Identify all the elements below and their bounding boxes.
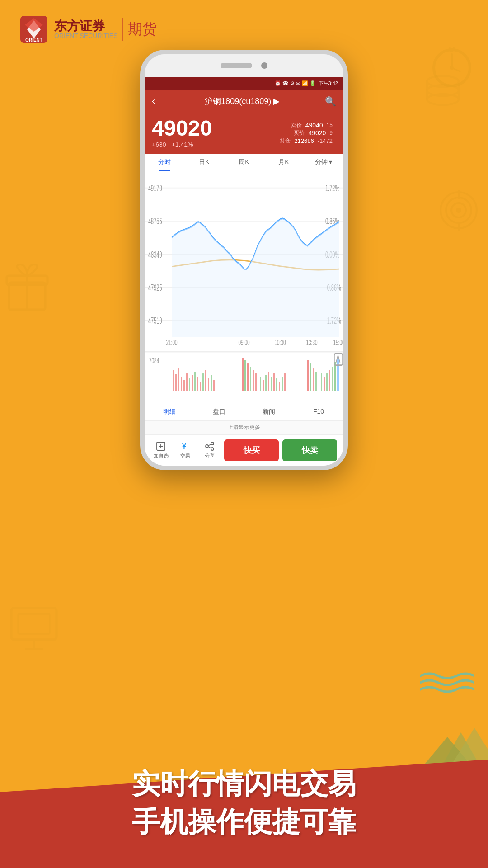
svg-rect-66 bbox=[202, 373, 204, 391]
svg-rect-84 bbox=[279, 382, 280, 391]
tab-周k[interactable]: 周K bbox=[224, 154, 264, 171]
tab-分时[interactable]: 分时 bbox=[145, 154, 184, 171]
bullseye-icon bbox=[438, 190, 479, 231]
svg-point-17 bbox=[451, 203, 466, 217]
watchlist-button[interactable]: 加自选 bbox=[151, 441, 171, 459]
svg-rect-95 bbox=[332, 367, 333, 391]
svg-point-105 bbox=[206, 445, 208, 448]
phone-mockup: ⏰ ☎ ⚙ ✉ 📶 🔋 下午3:42 ‹ 沪铜1809(cu1809) ▶ 🔍 … bbox=[140, 50, 348, 470]
trade-label: 交易 bbox=[180, 453, 190, 459]
price-row: 49020 +680 +1.41% 卖价 49040 15 bbox=[152, 118, 336, 148]
svg-rect-90 bbox=[315, 372, 317, 391]
svg-text:10:30: 10:30 bbox=[274, 338, 286, 347]
svg-rect-9 bbox=[7, 276, 47, 285]
svg-rect-86 bbox=[284, 373, 286, 391]
trade-button[interactable]: ¥ 交易 bbox=[175, 441, 195, 459]
tab-新闻[interactable]: 新闻 bbox=[244, 403, 294, 420]
buy-button[interactable]: 快买 bbox=[224, 439, 279, 461]
svg-line-106 bbox=[208, 444, 211, 446]
tab-f10[interactable]: F10 bbox=[294, 403, 343, 420]
search-button[interactable]: 🔍 bbox=[325, 96, 336, 107]
svg-rect-68 bbox=[208, 378, 209, 391]
action-bar: 加自选 ¥ 交易 bbox=[145, 434, 343, 466]
phone-speaker bbox=[221, 63, 252, 68]
nav-title: 沪铜1809(cu1809) ▶ bbox=[160, 96, 325, 107]
svg-rect-61 bbox=[189, 378, 190, 391]
svg-rect-65 bbox=[200, 382, 201, 391]
share-button[interactable]: 分享 bbox=[200, 441, 220, 459]
svg-rect-55 bbox=[173, 370, 174, 391]
svg-rect-57 bbox=[178, 368, 179, 391]
svg-rect-62 bbox=[192, 375, 193, 391]
svg-rect-91 bbox=[321, 373, 322, 391]
svg-rect-75 bbox=[253, 370, 254, 391]
svg-rect-60 bbox=[186, 373, 188, 391]
svg-point-30 bbox=[427, 94, 459, 105]
hold-label: 持仓 bbox=[280, 137, 291, 145]
status-bar: ⏰ ☎ ⚙ ✉ 📶 🔋 下午3:42 bbox=[145, 77, 343, 90]
company-name-en: ORIENT SECURITIES bbox=[54, 33, 118, 39]
svg-line-7 bbox=[452, 47, 454, 52]
bid-count: 9 bbox=[329, 130, 333, 136]
svg-point-103 bbox=[211, 442, 214, 445]
bid-ask-stats: 卖价 49040 15 买价 49020 9 持仓 212686 -14 bbox=[280, 122, 333, 145]
detail-tabs: 明细 盘口 新闻 F10 bbox=[145, 403, 343, 421]
svg-point-3 bbox=[450, 66, 454, 70]
banner-line1: 实时行情闪电交易 bbox=[0, 765, 488, 803]
svg-line-5 bbox=[452, 68, 460, 71]
svg-rect-69 bbox=[211, 375, 212, 391]
chart-tabs: 分时 日K 周K 月K 分钟 ▾ bbox=[145, 154, 343, 171]
show-more-bar[interactable]: 上滑显示更多 bbox=[145, 421, 343, 434]
svg-text:48755: 48755 bbox=[148, 216, 162, 226]
share-icon bbox=[205, 441, 215, 451]
price-section: 49020 +680 +1.41% 卖价 49040 15 bbox=[145, 113, 343, 154]
logo-box: ORIENT 东方证券 ORIENT SECURITIES 期货 bbox=[18, 14, 157, 45]
svg-point-15 bbox=[441, 192, 477, 228]
phone-camera bbox=[261, 62, 267, 69]
svg-text:15:00: 15:00 bbox=[333, 338, 343, 347]
svg-rect-73 bbox=[247, 363, 249, 391]
svg-text:13:30: 13:30 bbox=[306, 338, 317, 347]
bid-label: 买价 bbox=[294, 129, 305, 137]
svg-line-107 bbox=[208, 447, 211, 448]
price-change-pct: +1.41% bbox=[172, 141, 193, 148]
svg-rect-80 bbox=[268, 372, 269, 391]
svg-rect-72 bbox=[244, 360, 246, 391]
chart-area: 49170 48755 48340 47925 47510 1.72% 0.86… bbox=[145, 171, 343, 403]
svg-text:1.72%: 1.72% bbox=[325, 183, 339, 193]
svg-rect-64 bbox=[197, 377, 198, 391]
status-time: 下午3:42 bbox=[319, 80, 338, 87]
tab-盘口[interactable]: 盘口 bbox=[194, 403, 244, 420]
svg-text:09:00: 09:00 bbox=[238, 338, 249, 347]
svg-rect-14 bbox=[18, 614, 50, 634]
tab-月k[interactable]: 月K bbox=[264, 154, 304, 171]
svg-text:7084: 7084 bbox=[149, 356, 159, 365]
bid-value: 49020 bbox=[308, 129, 326, 137]
svg-rect-63 bbox=[194, 372, 196, 391]
svg-rect-88 bbox=[310, 363, 311, 391]
tab-日k[interactable]: 日K bbox=[184, 154, 224, 171]
status-icons: ⏰ ☎ ⚙ ✉ 📶 🔋 bbox=[275, 80, 315, 86]
svg-rect-93 bbox=[326, 373, 328, 391]
svg-rect-83 bbox=[276, 378, 277, 391]
sell-button[interactable]: 快卖 bbox=[282, 439, 337, 461]
svg-rect-96 bbox=[334, 362, 336, 391]
svg-point-16 bbox=[446, 198, 471, 223]
tab-分钟[interactable]: 分钟 ▾ bbox=[304, 154, 343, 171]
svg-text:49170: 49170 bbox=[148, 183, 162, 193]
svg-text:21:00: 21:00 bbox=[166, 338, 177, 347]
watchlist-label: 加自选 bbox=[154, 453, 169, 459]
svg-rect-8 bbox=[9, 283, 45, 310]
product-type: 期货 bbox=[128, 19, 157, 39]
app-header: ORIENT 东方证券 ORIENT SECURITIES 期货 bbox=[18, 14, 157, 45]
svg-text:¥: ¥ bbox=[182, 443, 186, 450]
phone-notch bbox=[145, 54, 343, 77]
svg-rect-58 bbox=[181, 377, 182, 391]
svg-rect-97 bbox=[337, 359, 339, 391]
back-button[interactable]: ‹ bbox=[152, 95, 155, 107]
waves-icon bbox=[420, 669, 474, 696]
trade-buttons: 快买 快卖 bbox=[224, 439, 337, 461]
tab-明细[interactable]: 明细 bbox=[145, 403, 194, 420]
svg-rect-70 bbox=[213, 380, 215, 391]
price-change-abs: +680 bbox=[152, 141, 166, 148]
